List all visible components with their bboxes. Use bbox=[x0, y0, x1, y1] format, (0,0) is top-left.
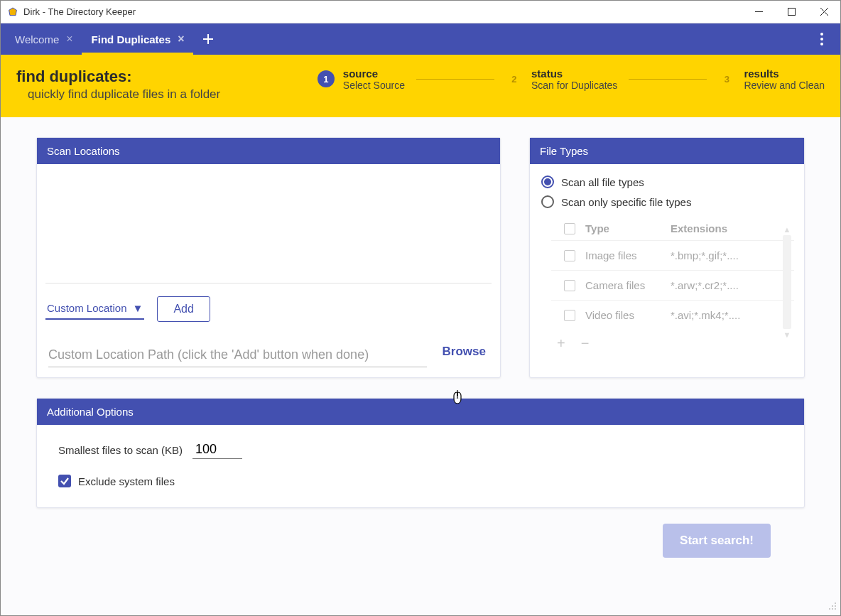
step-source: 1 source Select Source bbox=[318, 67, 405, 91]
step-indicator: 1 source Select Source 2 status Scan for… bbox=[318, 67, 825, 91]
radio-label: Scan all file types bbox=[561, 176, 644, 188]
radio-icon bbox=[541, 175, 554, 188]
panel-header: File Types bbox=[530, 138, 804, 164]
cell-type: Video files bbox=[585, 309, 671, 321]
table-row[interactable]: Camera files *.arw;*.cr2;*.... bbox=[551, 270, 794, 300]
cell-type: Image files bbox=[585, 249, 671, 261]
checkbox[interactable] bbox=[564, 310, 575, 321]
step-subtitle: Select Source bbox=[343, 80, 405, 91]
radio-icon bbox=[541, 195, 554, 208]
add-tab-button[interactable] bbox=[196, 27, 220, 51]
svg-point-4 bbox=[835, 603, 836, 604]
tab-menu-button[interactable] bbox=[808, 25, 836, 53]
scrollbar[interactable]: ▲ ▼ bbox=[783, 225, 791, 339]
panel-header: Additional Options bbox=[37, 399, 804, 425]
svg-point-5 bbox=[832, 605, 833, 607]
maximize-button[interactable] bbox=[775, 1, 808, 23]
cell-ext: *.bmp;*.gif;*.... bbox=[671, 249, 791, 261]
start-search-button[interactable]: Start search! bbox=[663, 524, 771, 558]
location-type-select[interactable]: Custom Location ▼ bbox=[45, 299, 144, 320]
radio-scan-specific[interactable]: Scan only specific file types bbox=[541, 195, 794, 208]
remove-type-button[interactable]: − bbox=[581, 335, 590, 352]
step-title: status bbox=[531, 67, 617, 80]
window-title: Dirk - The Directory Keeper bbox=[23, 6, 136, 17]
tab-welcome[interactable]: Welcome × bbox=[5, 23, 82, 55]
step-title: source bbox=[343, 67, 405, 80]
checkbox-label: Exclude system files bbox=[78, 475, 175, 487]
panel-header: Scan Locations bbox=[37, 138, 500, 164]
step-number: 2 bbox=[506, 70, 523, 87]
scroll-track[interactable] bbox=[783, 235, 791, 329]
table-row[interactable]: Image files *.bmp;*.gif;*.... bbox=[551, 240, 794, 270]
additional-options-panel: Additional Options Smallest files to sca… bbox=[36, 398, 805, 508]
svg-point-9 bbox=[835, 608, 836, 610]
svg-point-3 bbox=[820, 43, 823, 45]
smallest-files-input[interactable] bbox=[192, 441, 242, 459]
scroll-down-icon[interactable]: ▼ bbox=[783, 330, 791, 339]
step-divider bbox=[629, 79, 707, 80]
app-icon bbox=[6, 6, 19, 18]
svg-point-7 bbox=[829, 608, 830, 610]
location-path-input[interactable] bbox=[48, 343, 427, 367]
scan-locations-panel: Scan Locations Custom Location ▼ Add Bro… bbox=[36, 137, 501, 378]
hero-bar: find duplicates: quickly find duplicate … bbox=[1, 55, 840, 117]
svg-point-8 bbox=[832, 608, 833, 610]
tab-find-duplicates[interactable]: Find Duplicates × bbox=[82, 23, 193, 55]
step-results: 3 results Review and Clean bbox=[718, 67, 825, 91]
tab-label: Welcome bbox=[15, 33, 59, 45]
smallest-files-label: Smallest files to scan (KB) bbox=[58, 444, 183, 456]
titlebar: Dirk - The Directory Keeper bbox=[1, 1, 840, 23]
step-number: 1 bbox=[318, 70, 335, 87]
add-location-button[interactable]: Add bbox=[157, 296, 210, 322]
chevron-down-icon: ▼ bbox=[133, 302, 143, 314]
radio-scan-all[interactable]: Scan all file types bbox=[541, 175, 794, 188]
checkbox[interactable] bbox=[564, 280, 575, 291]
cell-ext: *.arw;*.cr2;*.... bbox=[671, 279, 791, 291]
close-icon[interactable]: × bbox=[178, 33, 184, 45]
step-divider bbox=[416, 79, 494, 80]
cell-type: Camera files bbox=[585, 279, 671, 291]
file-types-table: Type Extensions Image files *.bmp;*.gif;… bbox=[541, 217, 794, 353]
step-subtitle: Scan for Duplicates bbox=[531, 80, 617, 91]
checkbox-all[interactable] bbox=[564, 223, 575, 234]
svg-point-2 bbox=[820, 38, 823, 40]
cell-ext: *.avi;*.mk4;*.... bbox=[671, 309, 791, 321]
exclude-system-checkbox[interactable]: Exclude system files bbox=[58, 475, 783, 487]
add-type-button[interactable]: + bbox=[557, 335, 565, 352]
checkbox-checked-icon bbox=[58, 475, 71, 487]
page-title: find duplicates: bbox=[16, 67, 220, 86]
column-extensions: Extensions bbox=[671, 222, 791, 234]
browse-button[interactable]: Browse bbox=[440, 342, 489, 367]
resize-grip-icon[interactable] bbox=[828, 602, 837, 612]
step-number: 3 bbox=[718, 70, 735, 87]
minimize-button[interactable] bbox=[742, 1, 775, 23]
close-icon[interactable]: × bbox=[66, 33, 72, 45]
tabstrip: Welcome × Find Duplicates × bbox=[1, 23, 840, 55]
close-button[interactable] bbox=[808, 1, 840, 23]
svg-rect-0 bbox=[788, 9, 795, 16]
file-types-panel: File Types Scan all file types Scan only… bbox=[529, 137, 805, 378]
page-subtitle: quickly find duplicate files in a folder bbox=[28, 87, 220, 102]
scroll-up-icon[interactable]: ▲ bbox=[783, 225, 791, 234]
locations-list-empty bbox=[45, 174, 492, 283]
column-type: Type bbox=[585, 222, 671, 234]
step-status: 2 status Scan for Duplicates bbox=[506, 67, 617, 91]
tab-label: Find Duplicates bbox=[92, 33, 171, 45]
radio-label: Scan only specific file types bbox=[561, 196, 691, 208]
step-title: results bbox=[744, 67, 825, 80]
table-row[interactable]: Video files *.avi;*.mk4;*.... bbox=[551, 300, 794, 330]
step-subtitle: Review and Clean bbox=[744, 80, 825, 91]
svg-point-6 bbox=[835, 605, 836, 607]
checkbox[interactable] bbox=[564, 250, 575, 261]
select-value: Custom Location bbox=[47, 302, 127, 314]
svg-point-1 bbox=[820, 33, 823, 36]
